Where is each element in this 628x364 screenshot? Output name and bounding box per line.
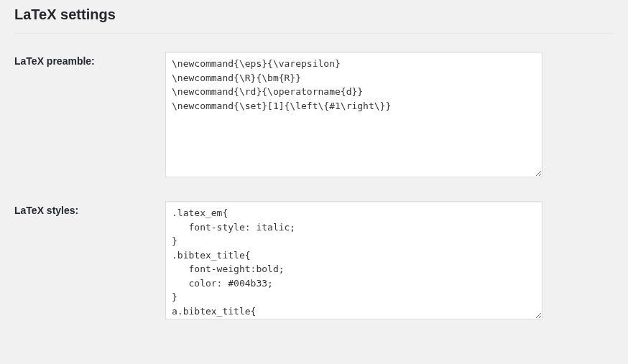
latex-styles-textarea[interactable]: .latex_em{ font-style: italic; } .bibtex…	[165, 201, 542, 319]
preamble-cell: \newcommand{\eps}{\varepsilon} \newcomma…	[158, 41, 614, 190]
latex-settings-wrap: LaTeX settings LaTeX preamble: \newcomma…	[14, 0, 614, 332]
divider	[14, 33, 614, 34]
preamble-row: LaTeX preamble: \newcommand{\eps}{\varep…	[14, 41, 614, 190]
styles-cell: .latex_em{ font-style: italic; } .bibtex…	[158, 190, 614, 332]
settings-form-table: LaTeX preamble: \newcommand{\eps}{\varep…	[14, 41, 614, 332]
page-title: LaTeX settings	[14, 0, 614, 26]
latex-preamble-textarea[interactable]: \newcommand{\eps}{\varepsilon} \newcomma…	[165, 52, 542, 177]
preamble-label: LaTeX preamble:	[14, 41, 158, 190]
styles-row: LaTeX styles: .latex_em{ font-style: ita…	[14, 190, 614, 332]
styles-label: LaTeX styles:	[14, 190, 158, 332]
